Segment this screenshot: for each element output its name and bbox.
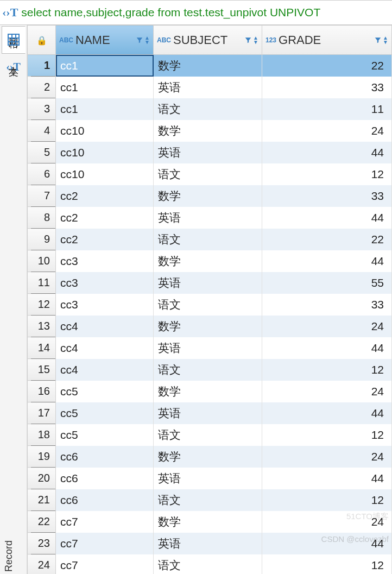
tab-grid[interactable]: 网格 [2, 26, 26, 54]
cell-name[interactable]: cc7 [56, 511, 154, 533]
row-number[interactable]: 15 [28, 359, 56, 381]
cell-subject[interactable]: 数学 [154, 381, 262, 402]
cell-name[interactable]: cc2 [56, 185, 154, 207]
table-row[interactable]: 8cc2英语44 [28, 207, 392, 229]
cell-subject[interactable]: 英语 [154, 337, 262, 359]
cell-subject[interactable]: 英语 [154, 142, 262, 163]
table-row[interactable]: 3cc1语文11 [28, 98, 392, 120]
row-number[interactable]: 4 [28, 120, 56, 142]
row-number[interactable]: 19 [28, 446, 56, 468]
cell-name[interactable]: cc5 [56, 402, 154, 424]
row-number[interactable]: 23 [28, 533, 56, 554]
cell-grade[interactable]: 44 [262, 337, 392, 359]
cell-grade[interactable]: 22 [262, 55, 392, 77]
table-row[interactable]: 22cc7数学24 [28, 511, 392, 533]
cell-name[interactable]: cc7 [56, 533, 154, 554]
cell-grade[interactable]: 33 [262, 77, 392, 98]
table-row[interactable]: 15cc4语文12 [28, 359, 392, 381]
row-number[interactable]: 13 [28, 316, 56, 337]
cell-subject[interactable]: 英语 [154, 207, 262, 229]
row-number[interactable]: 24 [28, 554, 56, 575]
cell-subject[interactable]: 语文 [154, 554, 262, 575]
cell-name[interactable]: cc6 [56, 446, 154, 468]
cell-grade[interactable]: 12 [262, 163, 392, 185]
filter-icon[interactable]: ▲▼ [136, 36, 150, 45]
table-row[interactable]: 18cc5语文12 [28, 424, 392, 446]
table-row[interactable]: 7cc2数学33 [28, 185, 392, 207]
table-row[interactable]: 6cc10语文12 [28, 163, 392, 185]
cell-grade[interactable]: 22 [262, 229, 392, 250]
cell-subject[interactable]: 语文 [154, 163, 262, 185]
cell-name[interactable]: cc7 [56, 554, 154, 575]
table-row[interactable]: 21cc6语文12 [28, 489, 392, 511]
table-row[interactable]: 24cc7语文12 [28, 554, 392, 575]
cell-grade[interactable]: 24 [262, 446, 392, 468]
row-number[interactable]: 8 [28, 207, 56, 229]
cell-grade[interactable]: 44 [262, 250, 392, 272]
cell-name[interactable]: cc2 [56, 229, 154, 250]
cell-subject[interactable]: 英语 [154, 272, 262, 294]
cell-grade[interactable]: 24 [262, 120, 392, 142]
column-header-name[interactable]: ABC NAME ▲▼ [56, 26, 154, 55]
cell-subject[interactable]: 语文 [154, 359, 262, 381]
row-number[interactable]: 12 [28, 294, 56, 316]
row-number[interactable]: 3 [28, 98, 56, 120]
cell-subject[interactable]: 英语 [154, 533, 262, 554]
cell-name[interactable]: cc10 [56, 163, 154, 185]
cell-grade[interactable]: 33 [262, 294, 392, 316]
cell-name[interactable]: cc4 [56, 316, 154, 337]
cell-name[interactable]: cc4 [56, 359, 154, 381]
table-row[interactable]: 12cc3语文33 [28, 294, 392, 316]
table-row[interactable]: 11cc3英语55 [28, 272, 392, 294]
row-number[interactable]: 11 [28, 272, 56, 294]
rownum-header[interactable]: 🔒 [28, 26, 56, 55]
tab-record[interactable]: Record [1, 538, 17, 574]
cell-name[interactable]: cc1 [56, 55, 154, 77]
row-number[interactable]: 21 [28, 489, 56, 511]
cell-grade[interactable]: 12 [262, 554, 392, 575]
row-number[interactable]: 2 [28, 77, 56, 98]
cell-name[interactable]: cc5 [56, 381, 154, 402]
table-row[interactable]: 9cc2语文22 [28, 229, 392, 250]
cell-grade[interactable]: 44 [262, 207, 392, 229]
cell-grade[interactable]: 24 [262, 511, 392, 533]
filter-icon[interactable]: ▲▼ [244, 36, 258, 45]
row-number[interactable]: 6 [28, 163, 56, 185]
cell-subject[interactable]: 语文 [154, 98, 262, 120]
cell-grade[interactable]: 33 [262, 185, 392, 207]
cell-subject[interactable]: 数学 [154, 120, 262, 142]
row-number[interactable]: 1 [28, 55, 56, 77]
cell-grade[interactable]: 24 [262, 316, 392, 337]
cell-grade[interactable]: 24 [262, 381, 392, 402]
cell-grade[interactable]: 12 [262, 489, 392, 511]
table-row[interactable]: 4cc10数学24 [28, 120, 392, 142]
row-number[interactable]: 7 [28, 185, 56, 207]
cell-subject[interactable]: 数学 [154, 55, 262, 77]
cell-subject[interactable]: 数学 [154, 446, 262, 468]
cell-name[interactable]: cc5 [56, 424, 154, 446]
cell-grade[interactable]: 44 [262, 142, 392, 163]
table-row[interactable]: 14cc4英语44 [28, 337, 392, 359]
cell-subject[interactable]: 语文 [154, 229, 262, 250]
cell-grade[interactable]: 44 [262, 533, 392, 554]
table-row[interactable]: 1cc1数学22 [28, 55, 392, 77]
tab-text[interactable]: 文本 ‹›T [2, 54, 26, 78]
cell-name[interactable]: cc6 [56, 468, 154, 489]
row-number[interactable]: 20 [28, 468, 56, 489]
cell-grade[interactable]: 55 [262, 272, 392, 294]
cell-name[interactable]: cc3 [56, 272, 154, 294]
cell-subject[interactable]: 数学 [154, 511, 262, 533]
cell-subject[interactable]: 语文 [154, 489, 262, 511]
table-row[interactable]: 5cc10英语44 [28, 142, 392, 163]
filter-icon[interactable]: ▲▼ [374, 36, 388, 45]
row-number[interactable]: 14 [28, 337, 56, 359]
column-header-grade[interactable]: 123 GRADE ▲▼ [262, 26, 392, 55]
cell-subject[interactable]: 数学 [154, 185, 262, 207]
table-row[interactable]: 2cc1英语33 [28, 77, 392, 98]
cell-name[interactable]: cc10 [56, 120, 154, 142]
table-row[interactable]: 13cc4数学24 [28, 316, 392, 337]
table-row[interactable]: 10cc3数学44 [28, 250, 392, 272]
cell-grade[interactable]: 12 [262, 359, 392, 381]
row-number[interactable]: 16 [28, 381, 56, 402]
table-row[interactable]: 16cc5数学24 [28, 381, 392, 402]
